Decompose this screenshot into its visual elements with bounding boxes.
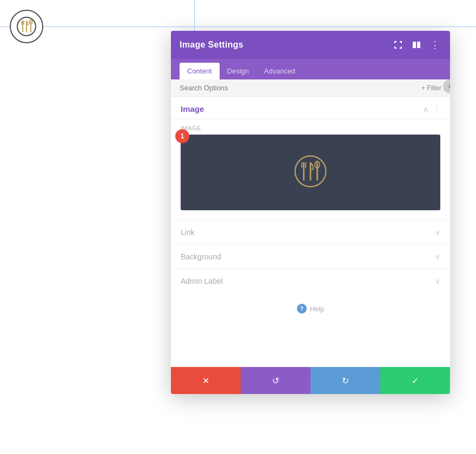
section-more-icon[interactable]: ⋮ bbox=[433, 105, 440, 114]
save-icon: ✓ bbox=[412, 376, 419, 386]
redo-icon: ↻ bbox=[342, 376, 349, 386]
section-collapse-icon[interactable]: ∧ bbox=[423, 105, 428, 114]
modal-header-icons: ⋮ bbox=[392, 38, 441, 51]
section-title: Image bbox=[181, 104, 204, 114]
modal-header: Image Settings ⋮ bbox=[171, 31, 450, 59]
tab-advanced[interactable]: Advanced bbox=[256, 63, 303, 79]
svg-rect-8 bbox=[417, 42, 420, 48]
image-preview-wrapper: 1 bbox=[181, 135, 440, 210]
undo-button[interactable]: ↺ bbox=[241, 367, 310, 394]
cancel-icon: ✕ bbox=[202, 376, 209, 386]
filter-label: + Filter bbox=[421, 84, 441, 92]
tab-content[interactable]: Content bbox=[180, 63, 220, 79]
search-bar: + Filter bbox=[171, 79, 450, 97]
admin-label-chevron-icon: ∨ bbox=[435, 277, 440, 285]
search-input[interactable] bbox=[180, 84, 421, 92]
tabs-bar: Content Design Advanced bbox=[171, 59, 450, 79]
link-chevron-icon: ∨ bbox=[435, 228, 440, 237]
save-button[interactable]: ✓ bbox=[380, 367, 450, 394]
svg-rect-7 bbox=[413, 42, 416, 48]
redo-button[interactable]: ↻ bbox=[310, 367, 380, 394]
link-section[interactable]: Link ∨ bbox=[171, 220, 450, 244]
section-controls: ∧ ⋮ bbox=[423, 105, 440, 114]
step-badge: 1 bbox=[175, 129, 189, 143]
guide-horizontal bbox=[0, 26, 476, 27]
background-chevron-icon: ∨ bbox=[435, 252, 440, 261]
image-settings-modal: Image Settings ⋮ Content Design Advanced… bbox=[171, 31, 450, 394]
preview-restaurant-icon bbox=[293, 154, 328, 191]
modal-body: Image ∧ ⋮ Image 1 bbox=[171, 97, 450, 367]
image-field-label: Image bbox=[171, 119, 450, 135]
help-row: ? Help bbox=[171, 293, 450, 324]
fullscreen-icon[interactable] bbox=[392, 38, 405, 51]
close-icon: ✕ bbox=[448, 83, 451, 90]
cancel-button[interactable]: ✕ bbox=[171, 367, 241, 394]
background-section[interactable]: Background ∨ bbox=[171, 244, 450, 269]
modal-footer: ✕ ↺ ↻ ✓ bbox=[171, 367, 450, 394]
undo-icon: ↺ bbox=[272, 376, 279, 386]
help-label: Help bbox=[310, 305, 325, 313]
columns-icon[interactable] bbox=[410, 38, 423, 51]
admin-label-section[interactable]: Admin Label ∨ bbox=[171, 269, 450, 293]
help-question-mark: ? bbox=[300, 305, 303, 312]
link-label: Link bbox=[181, 228, 195, 237]
logo bbox=[10, 10, 43, 43]
help-icon[interactable]: ? bbox=[297, 304, 307, 313]
modal-title: Image Settings bbox=[180, 40, 243, 50]
background-label: Background bbox=[181, 252, 221, 261]
filter-button[interactable]: + Filter bbox=[421, 84, 441, 92]
image-section-header: Image ∧ ⋮ bbox=[171, 97, 450, 119]
image-preview[interactable] bbox=[181, 135, 440, 210]
admin-label-text: Admin Label bbox=[181, 277, 223, 285]
more-options-icon[interactable]: ⋮ bbox=[428, 38, 441, 51]
tab-design[interactable]: Design bbox=[220, 63, 256, 79]
